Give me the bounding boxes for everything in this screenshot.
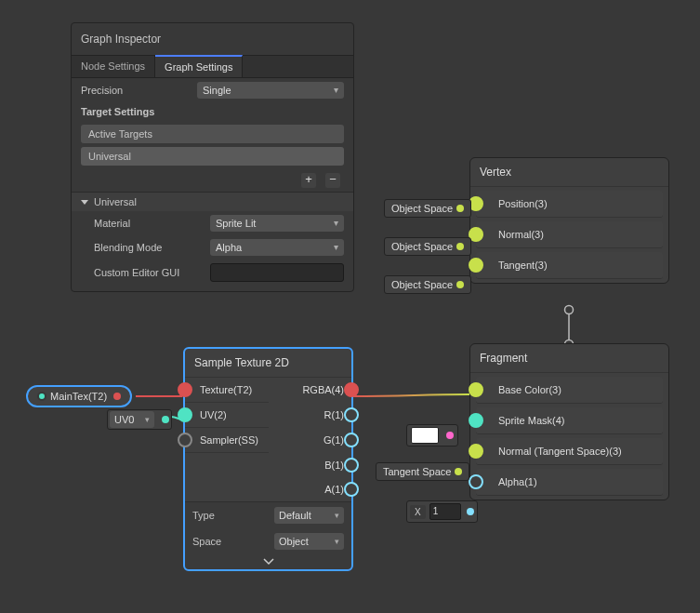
node-sample-texture-2d[interactable]: Sample Texture 2D Texture(T2) RGBA(4) UV… xyxy=(183,347,353,571)
pill-object-space[interactable]: Object Space xyxy=(384,199,471,218)
slot-normal[interactable]: Normal(3) xyxy=(476,221,663,248)
port-out-icon xyxy=(113,393,121,400)
material-label: Material xyxy=(81,218,210,229)
node-preview-toggle[interactable] xyxy=(185,554,351,569)
x-label: X xyxy=(410,505,426,519)
pill-object-space[interactable]: Object Space xyxy=(384,237,471,256)
space-select[interactable]: Object xyxy=(274,533,344,550)
active-targets-header: Active Targets xyxy=(81,125,344,143)
slot-texture-in[interactable]: Texture(T2) xyxy=(185,378,269,403)
color-swatch xyxy=(411,427,439,444)
property-port-icon xyxy=(37,392,46,401)
chevron-down-icon xyxy=(81,200,88,205)
tab-graph-settings[interactable]: Graph Settings xyxy=(155,55,243,77)
x-value[interactable]: 1 xyxy=(429,503,461,520)
node-fragment[interactable]: Fragment Base Color(3) Sprite Mask(4) No… xyxy=(469,343,669,500)
node-header: Sample Texture 2D xyxy=(185,349,351,378)
slot-rgba-out[interactable]: RGBA(4) xyxy=(269,378,352,402)
slot-b-out[interactable]: B(1) xyxy=(269,453,352,477)
slot-sampler-in[interactable]: Sampler(SS) xyxy=(185,428,269,453)
slot-base-color[interactable]: Base Color(3) xyxy=(476,377,663,404)
slot-tangent[interactable]: Tangent(3) xyxy=(476,252,663,279)
type-label: Type xyxy=(192,510,274,521)
type-select[interactable]: Default xyxy=(274,507,344,524)
slot-sprite-mask[interactable]: Sprite Mask(4) xyxy=(476,407,663,434)
custom-editor-input[interactable] xyxy=(210,263,344,282)
pill-x-input[interactable]: X1 xyxy=(406,500,478,523)
custom-editor-label: Custom Editor GUI xyxy=(81,267,210,278)
active-target-universal[interactable]: Universal xyxy=(81,147,344,166)
target-settings-label: Target Settings xyxy=(81,106,197,117)
slot-uv-in[interactable]: UV(2) xyxy=(185,403,269,428)
svg-point-0 xyxy=(565,306,574,314)
precision-label: Precision xyxy=(81,85,197,96)
uv-select[interactable]: UV0 xyxy=(110,411,154,428)
precision-select[interactable]: Single xyxy=(197,82,344,99)
blending-label: Blending Mode xyxy=(81,242,210,253)
slot-a-out[interactable]: A(1) xyxy=(269,477,352,501)
space-label: Space xyxy=(192,536,274,547)
material-select[interactable]: Sprite Lit xyxy=(210,215,344,232)
tab-node-settings[interactable]: Node Settings xyxy=(72,56,155,77)
add-target-button[interactable]: + xyxy=(301,173,316,188)
slot-alpha[interactable]: Alpha(1) xyxy=(476,469,663,496)
pill-tangent-space[interactable]: Tangent Space xyxy=(376,462,469,481)
remove-target-button[interactable]: − xyxy=(325,173,340,188)
slot-normal-ts[interactable]: Normal (Tangent Space)(3) xyxy=(476,438,663,465)
pill-color-swatch[interactable] xyxy=(406,424,458,446)
panel-title: Graph Inspector xyxy=(72,23,353,55)
blending-select[interactable]: Alpha xyxy=(210,239,344,256)
foldout-universal[interactable]: Universal xyxy=(72,192,353,211)
slot-g-out[interactable]: G(1) xyxy=(269,428,352,452)
uv-channel-pill[interactable]: UV0 xyxy=(107,409,172,430)
graph-inspector-panel: Graph Inspector Node Settings Graph Sett… xyxy=(71,22,354,292)
node-vertex[interactable]: Vertex Position(3) Normal(3) Tangent(3) xyxy=(469,157,669,284)
node-header: Fragment xyxy=(470,344,668,373)
slot-position[interactable]: Position(3) xyxy=(476,191,663,218)
pill-object-space[interactable]: Object Space xyxy=(384,275,471,294)
property-maintex[interactable]: MainTex(T2) xyxy=(26,385,132,407)
tab-bar: Node Settings Graph Settings xyxy=(72,55,353,78)
node-header: Vertex xyxy=(470,158,668,187)
port-out-icon xyxy=(162,416,169,423)
slot-r-out[interactable]: R(1) xyxy=(269,403,352,427)
property-label: MainTex(T2) xyxy=(50,391,107,402)
